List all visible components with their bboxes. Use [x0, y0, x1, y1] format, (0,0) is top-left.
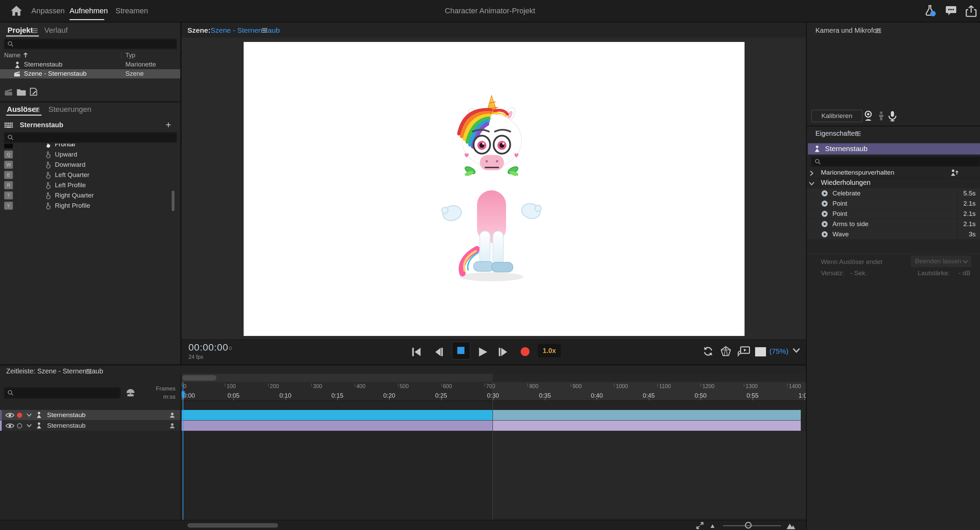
- gem-export-icon[interactable]: [720, 346, 731, 357]
- track-header-1[interactable]: Sternenstaub: [0, 410, 180, 420]
- take-bar-recorded[interactable]: [181, 410, 493, 420]
- trigger-end-dropdown[interactable]: Beenden lassen: [911, 256, 972, 267]
- screen-broadcast-icon[interactable]: [737, 346, 750, 357]
- trigger-row[interactable]: Q Upward: [0, 149, 177, 160]
- trigger-row[interactable]: E Left Quarter: [0, 170, 177, 180]
- play-circle-icon[interactable]: [821, 221, 828, 227]
- frames-unit-label[interactable]: Frames: [135, 385, 175, 392]
- trigger-keycap[interactable]: E: [4, 171, 13, 179]
- trigger-row[interactable]: Y Right Profile: [0, 201, 177, 211]
- replay-row-wave[interactable]: Wave 3s: [807, 229, 980, 239]
- new-item-icon[interactable]: [29, 87, 38, 96]
- microphone-icon[interactable]: [888, 110, 897, 122]
- replay-row-point[interactable]: Point 2.1s: [807, 198, 980, 208]
- trigger-row[interactable]: R Left Profile: [0, 180, 177, 190]
- share-export-icon[interactable]: [966, 5, 977, 17]
- take-bar-extended[interactable]: [493, 420, 801, 431]
- track-bar-2[interactable]: [181, 420, 801, 431]
- volume-value[interactable]: - dB: [959, 270, 970, 277]
- trigger-row[interactable]: W Downward: [0, 160, 177, 170]
- record-button[interactable]: [521, 347, 530, 356]
- puppet-track-icon[interactable]: [169, 412, 175, 418]
- timeline-zoom-slider-track[interactable]: [723, 525, 781, 526]
- timeline-search-input[interactable]: [4, 388, 120, 398]
- track-header-2[interactable]: Sternenstaub: [0, 420, 180, 431]
- horizontal-scrollbar-thumb[interactable]: [188, 523, 278, 528]
- trigger-keycap[interactable]: R: [4, 181, 13, 189]
- tab-verlauf[interactable]: Verlauf: [44, 26, 68, 35]
- mss-unit-label[interactable]: m:ss: [135, 394, 175, 401]
- project-search-input[interactable]: [4, 39, 177, 49]
- playback-speed-button[interactable]: 1.0x: [538, 344, 561, 358]
- fit-timeline-icon[interactable]: [696, 522, 704, 530]
- trigger-search-input[interactable]: [4, 132, 177, 142]
- ausloeser-panel-menu-icon[interactable]: [33, 107, 40, 113]
- mini-strip-thumb[interactable]: [182, 375, 216, 381]
- tab-projekt[interactable]: Projekt: [8, 26, 33, 35]
- stop-button[interactable]: [452, 342, 470, 359]
- body-tracking-icon[interactable]: [877, 110, 885, 121]
- zoom-dropdown-button[interactable]: [792, 348, 800, 353]
- take-bar-extended[interactable]: [493, 410, 801, 420]
- play-circle-icon[interactable]: [821, 190, 828, 197]
- take-bar-recorded[interactable]: [181, 420, 493, 431]
- properties-panel-menu-icon[interactable]: [854, 131, 861, 136]
- trigger-row-frontal[interactable]: Frontal: [0, 144, 177, 149]
- trigger-keycap[interactable]: W: [4, 161, 13, 169]
- new-folder-icon[interactable]: [16, 88, 26, 96]
- timecode-display[interactable]: 00:00:00: [188, 342, 228, 353]
- offset-value[interactable]: - Sek.: [850, 270, 867, 277]
- selected-puppet-row[interactable]: Sternenstaub: [808, 143, 980, 155]
- track-bar-1[interactable]: [181, 410, 801, 420]
- project-row-scene[interactable]: Szene - Sternenstaub Szene: [0, 69, 180, 78]
- playhead-line[interactable]: [183, 382, 183, 520]
- feedback-chat-icon[interactable]: [945, 5, 957, 16]
- puppet-sternenstaub[interactable]: [433, 93, 550, 286]
- trigger-keycap[interactable]: Y: [4, 201, 13, 210]
- add-trigger-button[interactable]: +: [165, 120, 171, 130]
- step-forward-button[interactable]: [498, 347, 508, 357]
- project-col-name[interactable]: Name: [4, 52, 21, 59]
- visibility-eye-icon[interactable]: [5, 423, 14, 429]
- trigger-set-name[interactable]: Sternenstaub: [20, 121, 64, 129]
- replay-row-point[interactable]: Point 2.1s: [807, 209, 980, 219]
- play-circle-icon[interactable]: [821, 200, 828, 207]
- webcam-icon[interactable]: [864, 110, 873, 121]
- refresh-scene-icon[interactable]: [703, 346, 714, 357]
- play-circle-icon[interactable]: [821, 211, 828, 217]
- timeline-panel-menu-icon[interactable]: [85, 369, 92, 374]
- ruler-mini-strip[interactable]: [181, 374, 806, 382]
- trigger-keycap[interactable]: [4, 144, 13, 148]
- zoom-in-mountains-icon[interactable]: [786, 522, 796, 530]
- tab-steuerungen[interactable]: Steuerungen: [48, 105, 91, 114]
- chevron-down-icon[interactable]: [27, 424, 32, 427]
- record-arm-indicator[interactable]: [17, 413, 22, 418]
- puppet-track-icon[interactable]: [169, 423, 175, 429]
- project-row-puppet[interactable]: Sternenstaub Marionette: [0, 60, 180, 69]
- timeline-zoom-slider-knob[interactable]: [745, 522, 752, 528]
- chevron-down-icon[interactable]: [809, 182, 815, 185]
- chevron-right-icon[interactable]: [810, 171, 814, 176]
- visibility-eye-icon[interactable]: [5, 412, 14, 418]
- skip-to-start-button[interactable]: [411, 347, 422, 357]
- trigger-keycap[interactable]: T: [4, 192, 13, 200]
- play-circle-icon[interactable]: [821, 231, 828, 238]
- workarea-end-line[interactable]: [492, 382, 493, 520]
- trigger-row[interactable]: T Right Quarter: [0, 190, 177, 201]
- project-col-typ[interactable]: Typ: [126, 52, 135, 59]
- trigger-keycap[interactable]: Q: [4, 150, 13, 159]
- behavior-row[interactable]: Marionettenspurverhalten: [807, 168, 980, 178]
- record-arm-indicator[interactable]: [17, 423, 22, 428]
- step-back-button[interactable]: [433, 347, 444, 357]
- replays-section-header[interactable]: Wiederholungen: [807, 178, 980, 188]
- scene-panel-menu-icon[interactable]: [261, 28, 268, 33]
- beta-flask-icon[interactable]: [924, 5, 936, 16]
- calibrate-button[interactable]: Kalibrieren: [811, 110, 862, 122]
- replay-row-celebrate[interactable]: Celebrate 5.5s: [807, 188, 980, 198]
- chevron-down-icon[interactable]: [27, 413, 32, 417]
- properties-search-input[interactable]: [811, 156, 980, 166]
- projekt-panel-menu-icon[interactable]: [31, 28, 38, 34]
- scene-name-link[interactable]: Szene - Sternenstaub: [211, 26, 280, 34]
- zoom-out-mountain-icon[interactable]: [710, 524, 716, 528]
- puppet-pin-icon[interactable]: [126, 388, 135, 398]
